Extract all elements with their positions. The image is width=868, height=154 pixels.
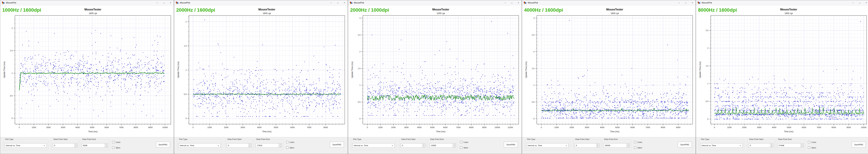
data-point-start-label: Data Point Start (227, 138, 242, 140)
close-button[interactable]: × (863, 0, 868, 5)
data-point-end-input[interactable]: 57448 ▲ ▼ (777, 143, 804, 148)
spinner-up-icon[interactable]: ▲ (627, 144, 629, 146)
minimize-button[interactable]: – (154, 0, 161, 5)
plot-type-select[interactable]: Interval vs. Time ∨ (179, 143, 221, 148)
svg-text:1000: 1000 (554, 126, 559, 128)
minimize-button[interactable]: – (676, 0, 682, 5)
svg-text:Update Time (ms): Update Time (ms) (177, 61, 180, 78)
data-point-start-input[interactable]: 0 ▲ ▼ (401, 143, 425, 148)
spinner-down-icon[interactable]: ▼ (248, 146, 251, 148)
spinner-up-icon[interactable]: ▲ (74, 144, 77, 146)
savepng-button[interactable]: SavePNG (156, 142, 170, 148)
data-point-end-input[interactable]: 17816 ▲ ▼ (255, 143, 282, 148)
plot-type-select[interactable]: Interval vs. Time ∨ (352, 143, 395, 148)
spinner-down-icon[interactable]: ▼ (279, 146, 282, 148)
minimize-button[interactable]: – (502, 0, 508, 5)
titlebar[interactable]: MousePlot – □ × (522, 0, 695, 5)
data-point-start-input[interactable]: 0 ▲ ▼ (227, 143, 251, 148)
lines-checkbox-box[interactable] (634, 141, 636, 143)
maximize-button[interactable]: □ (682, 0, 689, 5)
plot-type-select[interactable]: Interval vs. Time ∨ (526, 143, 568, 148)
stem-checkbox[interactable]: Stem (808, 147, 816, 149)
stem-checkbox-box[interactable] (634, 147, 636, 149)
data-point-start-group: Data Point Start 0 ▲ ▼ (225, 139, 253, 150)
spinner-down-icon[interactable]: ▼ (627, 146, 629, 148)
plot-type-select[interactable]: Interval vs. Time ∨ (4, 143, 47, 148)
savepng-button[interactable]: SavePNG (852, 142, 866, 148)
stem-checkbox-box[interactable] (112, 147, 115, 149)
savepng-button[interactable]: SavePNG (504, 142, 518, 148)
data-point-start-input[interactable]: 0 ▲ ▼ (53, 143, 78, 148)
chevron-down-icon[interactable]: ∨ (564, 144, 568, 148)
spinner-up-icon[interactable]: ▲ (105, 144, 107, 146)
spinner-down-icon[interactable]: ▼ (74, 146, 77, 148)
data-point-end-input[interactable]: 39008 ▲ ▼ (603, 143, 630, 148)
lines-checkbox-box[interactable] (808, 141, 810, 143)
lines-checkbox-box[interactable] (286, 141, 288, 143)
maximize-button[interactable]: □ (335, 0, 341, 5)
svg-text:3000: 3000 (404, 126, 409, 128)
chevron-down-icon[interactable]: ∨ (738, 144, 742, 148)
savepng-button[interactable]: SavePNG (330, 142, 344, 148)
svg-text:4000: 4000 (257, 126, 261, 128)
spinner-up-icon[interactable]: ▲ (770, 144, 773, 146)
spinner-down-icon[interactable]: ▼ (105, 146, 107, 148)
stem-checkbox[interactable]: Stem (460, 147, 468, 149)
stem-checkbox-box[interactable] (808, 147, 810, 149)
maximize-button[interactable]: □ (508, 0, 515, 5)
lines-checkbox-box[interactable] (112, 141, 115, 143)
spinner-down-icon[interactable]: ▼ (596, 146, 599, 148)
data-point-start-label: Data Point Start (575, 138, 590, 140)
lines-checkbox[interactable]: Lines (286, 141, 294, 143)
svg-text:4000: 4000 (600, 126, 604, 128)
data-point-start-input[interactable]: 0 ▲ ▼ (575, 143, 599, 148)
stem-checkbox[interactable]: Stem (112, 147, 120, 149)
chevron-down-icon[interactable]: ∨ (42, 144, 46, 148)
minimize-button[interactable]: – (850, 0, 856, 5)
lines-checkbox-box[interactable] (460, 141, 462, 143)
lines-checkbox[interactable]: Lines (112, 141, 121, 143)
svg-text:1.5: 1.5 (10, 50, 13, 52)
titlebar[interactable]: MousePlot – □ × (0, 0, 174, 5)
close-button[interactable]: × (515, 0, 522, 5)
spinner-up-icon[interactable]: ▲ (453, 144, 456, 146)
plot-type-group: Plot Type Interval vs. Time ∨ (351, 139, 396, 150)
stem-checkbox[interactable]: Stem (286, 147, 294, 149)
savepng-button[interactable]: SavePNG (678, 142, 692, 148)
lines-checkbox[interactable]: Lines (460, 141, 468, 143)
maximize-button[interactable]: □ (856, 0, 863, 5)
spinner-up-icon[interactable]: ▲ (801, 144, 803, 146)
plot-type-value: Interval vs. Time (701, 144, 738, 148)
data-point-end-input[interactable]: 13992 ▲ ▼ (430, 143, 456, 148)
spinner-up-icon[interactable]: ▲ (248, 144, 251, 146)
spinner-down-icon[interactable]: ▼ (801, 146, 803, 148)
svg-text:1.5: 1.5 (706, 65, 709, 67)
close-button[interactable]: × (689, 0, 695, 5)
stem-checkbox-box[interactable] (460, 147, 462, 149)
titlebar[interactable]: MousePlot – □ × (174, 0, 348, 5)
titlebar[interactable]: MousePlot – □ × (348, 0, 522, 5)
plot-type-select[interactable]: Interval vs. Time ∨ (700, 143, 743, 148)
spinner-up-icon[interactable]: ▲ (422, 144, 425, 146)
spinner-up-icon[interactable]: ▲ (279, 144, 282, 146)
chevron-down-icon[interactable]: ∨ (216, 144, 220, 148)
spinner-down-icon[interactable]: ▼ (453, 146, 456, 148)
spinner-down-icon[interactable]: ▼ (770, 146, 773, 148)
maximize-button[interactable]: □ (161, 0, 167, 5)
spinner-down-icon[interactable]: ▼ (422, 146, 425, 148)
data-point-end-input[interactable]: 9938 ▲ ▼ (82, 143, 108, 148)
stem-checkbox-box[interactable] (286, 147, 288, 149)
spinner-up-icon[interactable]: ▲ (596, 144, 599, 146)
minimize-button[interactable]: – (328, 0, 335, 5)
data-point-start-input[interactable]: 0 ▲ ▼ (749, 143, 773, 148)
svg-text:3000: 3000 (241, 126, 245, 128)
stem-checkbox[interactable]: Stem (634, 147, 642, 149)
close-button[interactable]: × (341, 0, 348, 5)
close-button[interactable]: × (167, 0, 174, 5)
lines-checkbox[interactable]: Lines (808, 141, 816, 143)
control-panel: Plot Type Interval vs. Time ∨ Data Point… (174, 137, 348, 154)
lines-checkbox[interactable]: Lines (634, 141, 642, 143)
chevron-down-icon[interactable]: ∨ (390, 144, 395, 148)
titlebar[interactable]: MousePlot – □ × (696, 0, 868, 5)
svg-text:9000: 9000 (482, 126, 487, 128)
